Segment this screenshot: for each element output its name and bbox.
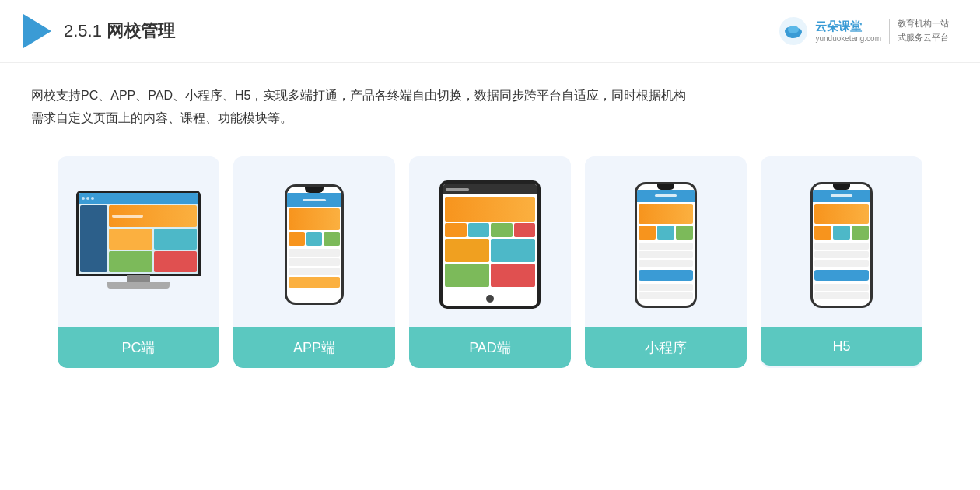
pc-label: PC端 [58,327,219,368]
pc-content-grid [109,229,197,272]
pad-icon-grid [445,223,535,237]
mobile-list [289,249,340,288]
small-mobile-screen [637,184,695,306]
sms-list-item-2 [639,251,693,258]
pad-card-1 [445,239,489,262]
pad-nav-bar [446,188,469,191]
pad-home-btn [486,295,494,303]
pad-device-icon [439,180,541,309]
mobile-notch [305,187,324,193]
pc-card-1 [109,229,152,250]
sms-icon-1 [639,226,656,240]
h5-list-item-2 [814,251,869,258]
sms-nav-text [655,194,677,197]
h5-list-item-5 [814,292,869,299]
brand-slogan: 教育机构一站 式服务云平台 [898,17,949,44]
h5-content [813,202,870,301]
pc-screen-frame [76,191,201,276]
card-pc: PC端 [58,156,219,368]
pc-screen-content [79,193,198,274]
svg-point-4 [788,26,799,33]
pad-cards [445,239,535,287]
h5-mobile-icon [810,182,873,308]
h5-icon-2 [833,226,850,240]
sms-icon-3 [676,226,693,240]
pc-nav-bar [79,193,198,204]
sms-list-2 [639,284,693,299]
mobile-list-item-2 [289,258,340,266]
pc-main-content [109,205,197,272]
h5-mobile-frame [810,182,873,308]
mobile-icon-3 [324,232,340,246]
pad-card-4 [491,264,535,287]
mini-label: 小程序 [585,327,747,368]
h5-list [814,243,869,267]
page-wrapper: 2.5.1 网校管理 云朵课堂 yunduoketang.com [0,0,980,490]
h5-banner [814,204,869,224]
cloud-icon [778,16,809,47]
h5-image-area [761,156,922,327]
sms-list [639,243,693,267]
h5-mobile-screen [813,184,870,306]
pc-card-2 [154,229,198,250]
h5-action-btn [814,270,869,281]
pc-stand [127,275,150,282]
card-app: APP端 [233,156,395,368]
h5-nav [813,190,870,202]
pad-screen-nav [443,184,537,194]
mobile-nav-text [303,199,326,201]
card-miniprogram: 小程序 [585,156,747,368]
pc-sidebar [80,205,107,272]
header-divider [889,19,890,44]
brand-logo: 云朵课堂 yunduoketang.com [778,16,881,47]
pc-nav-dot-3 [91,197,94,200]
pc-device-icon [72,191,205,299]
pad-icon-4 [514,223,536,237]
h5-label: H5 [761,327,922,366]
card-pad: PAD端 [409,156,571,368]
h5-icon-row [814,226,869,240]
mobile-device-icon [285,184,344,305]
mobile-list-item-3 [289,268,340,275]
mobile-list-item-4 [289,277,340,288]
sms-content [637,202,695,301]
desc-line1: 网校支持PC、APP、PAD、小程序、H5，实现多端打通，产品各终端自由切换，数… [31,85,949,107]
card-h5: H5 [761,156,922,368]
h5-list-item-4 [814,284,869,291]
mobile-screen [287,187,341,303]
h5-icon-3 [852,226,869,240]
pad-card-3 [445,264,489,287]
sms-banner [639,204,693,224]
sms-icon-row [639,226,693,240]
sms-list-item-5 [639,292,693,299]
sms-action-btn [639,270,693,281]
pc-card-4 [154,251,198,272]
pc-screen-body [79,204,198,274]
pad-icon-3 [491,223,513,237]
mobile-list-item-1 [289,249,340,257]
sms-icon-2 [657,226,674,240]
small-mobile-frame [635,182,697,308]
h5-nav-text [831,194,852,197]
pad-card-2 [491,239,535,262]
pad-label: PAD端 [409,327,571,368]
mobile-banner [289,208,340,230]
header: 2.5.1 网校管理 云朵课堂 yunduoketang.com [0,0,980,63]
app-label: APP端 [233,327,395,368]
logo-triangle-icon [23,14,51,48]
mini-image-area [585,156,747,327]
sms-nav [637,190,695,202]
mobile-screen-nav [287,193,341,207]
h5-list-item-3 [814,260,869,267]
h5-icon-1 [814,226,831,240]
pad-screen [443,184,537,306]
pc-base [107,282,170,289]
pc-nav-dot-2 [86,197,89,200]
sms-list-item-1 [639,243,693,250]
pc-image-area [58,156,219,327]
header-right: 云朵课堂 yunduoketang.com 教育机构一站 式服务云平台 [778,16,949,47]
pc-nav-dot-1 [82,197,85,200]
pc-banner-text [112,215,143,218]
pad-icon-1 [445,223,467,237]
desc-line2: 需求自定义页面上的内容、课程、功能模块等。 [31,107,949,130]
